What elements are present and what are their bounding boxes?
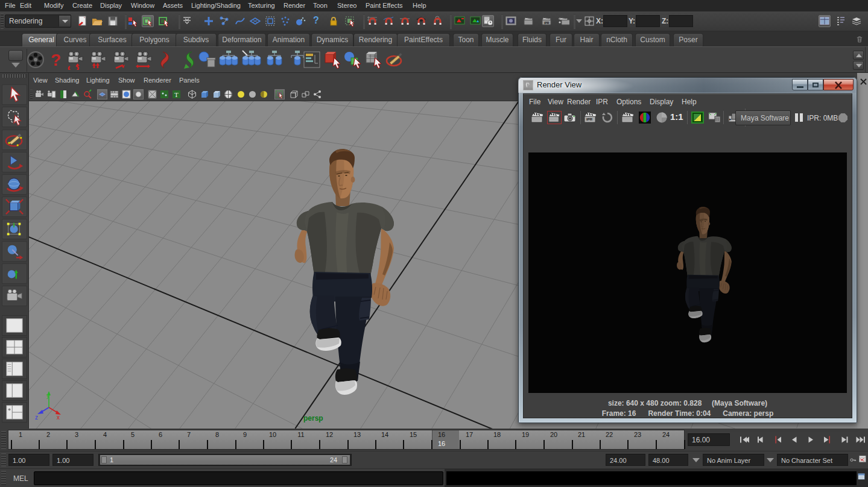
svg-text:x: x [57, 414, 60, 421]
svg-text:z: z [35, 414, 38, 421]
svg-text:▸: ▸ [729, 117, 732, 121]
svg-text:IPR: IPR [586, 118, 593, 121]
svg-text:y: y [46, 392, 49, 399]
svg-text:IPR: IPR [544, 21, 550, 25]
